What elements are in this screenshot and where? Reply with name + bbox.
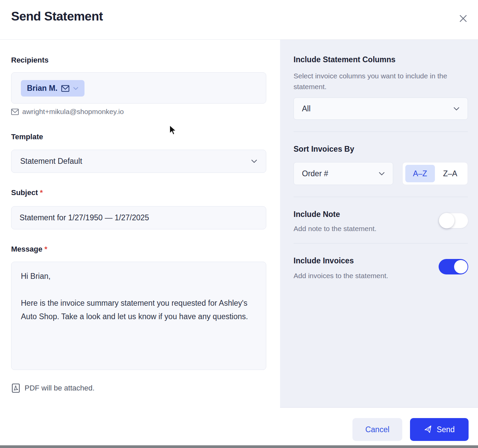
toggle-knob (454, 260, 468, 273)
cancel-button[interactable]: Cancel (352, 418, 402, 441)
envelope-icon (11, 109, 19, 115)
chevron-down-icon (73, 87, 78, 90)
subject-label: Subject* (11, 188, 43, 197)
divider (294, 132, 468, 132)
recipient-chip[interactable]: Brian M. (21, 80, 84, 97)
recipient-chip-name: Brian M. (27, 84, 58, 93)
pdf-note-text: PDF will be attached. (25, 384, 95, 393)
envelope-icon (61, 85, 69, 92)
chevron-down-icon (453, 107, 459, 111)
subject-input[interactable] (11, 206, 266, 229)
sort-invoices-heading: Sort Invoices By (294, 145, 468, 154)
sort-field-value: Order # (302, 169, 328, 178)
pdf-attachment-note: PDF will be attached. (12, 383, 95, 393)
include-note-toggle[interactable] (439, 213, 468, 228)
recipients-field[interactable]: Brian M. (11, 72, 266, 104)
background-edge (0, 445, 478, 448)
sort-za-button[interactable]: Z–A (436, 165, 465, 182)
modal-header: Send Statement (0, 0, 478, 40)
template-select[interactable]: Statement Default (11, 150, 266, 173)
pdf-attachment-icon (12, 383, 20, 393)
send-button[interactable]: Send (410, 418, 469, 441)
page-title: Send Statement (11, 9, 103, 24)
send-button-label: Send (437, 425, 455, 434)
columns-select-value: All (302, 104, 311, 113)
sort-field-select[interactable]: Order # (294, 162, 393, 185)
chevron-down-icon (379, 172, 385, 176)
recipient-email: awright+mikula@shopmonkey.io (22, 108, 124, 116)
divider (294, 243, 468, 244)
close-button[interactable] (458, 14, 468, 23)
sort-direction-toggle: A–Z Z–A (402, 162, 468, 185)
recipients-label: Recipients (11, 56, 48, 65)
toggle-knob (439, 213, 454, 228)
include-columns-subtitle: Select invoice columns you want to inclu… (294, 71, 464, 92)
message-label: Message* (11, 245, 47, 254)
template-label: Template (11, 133, 43, 141)
include-columns-heading: Include Statement Columns (294, 55, 468, 64)
columns-select[interactable]: All (294, 98, 468, 120)
include-invoices-toggle[interactable] (439, 259, 468, 274)
paper-plane-icon (424, 425, 433, 434)
template-select-value: Statement Default (20, 157, 82, 166)
chevron-down-icon (251, 159, 257, 163)
recipient-email-row: awright+mikula@shopmonkey.io (11, 108, 124, 116)
send-statement-modal: Send Statement Recipients Brian M. (0, 0, 478, 448)
compose-panel: Recipients Brian M. awright+mikula@shopm… (0, 40, 280, 407)
options-panel: Include Statement Columns Select invoice… (280, 40, 478, 408)
required-marker: * (44, 245, 47, 253)
message-textarea[interactable]: Hi Brian, Here is the invoice summary st… (11, 262, 266, 370)
modal-footer: Cancel Send (0, 408, 478, 445)
divider (294, 197, 468, 197)
required-marker: * (40, 188, 43, 197)
close-icon (458, 14, 468, 23)
sort-az-button[interactable]: A–Z (405, 165, 435, 182)
